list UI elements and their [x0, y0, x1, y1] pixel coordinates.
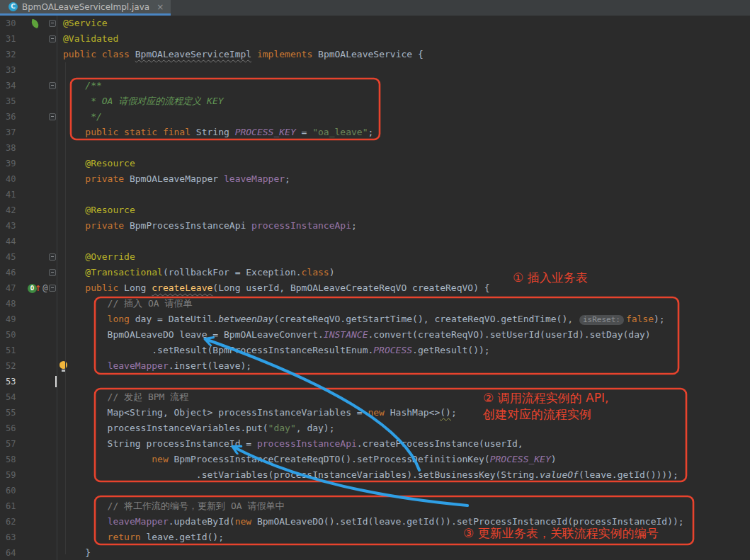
gutter-icons [27, 312, 48, 327]
code-text: .setVariables(processInstanceVariables).… [57, 467, 678, 483]
gutter-icons [27, 47, 48, 62]
code-line[interactable]: 59 .setVariables(processInstanceVariable… [0, 467, 750, 483]
gutter-icons [27, 109, 48, 125]
gutter-icons [27, 530, 48, 545]
fold-column [48, 234, 57, 249]
gutter-icons [27, 436, 48, 452]
code-text: public Long createLeave(Long userId, Bpm… [57, 280, 490, 296]
code-text: */ [57, 109, 102, 125]
code-line[interactable]: 57 String processInstanceId = processIns… [0, 436, 750, 452]
fold-column [48, 421, 57, 436]
code-line[interactable]: 60 [0, 483, 750, 498]
code-line[interactable]: 63 return leave.getId(); [0, 530, 750, 545]
fold-marker-icon[interactable] [49, 82, 56, 89]
spring-bean-icon[interactable] [30, 18, 40, 28]
fold-marker-icon[interactable] [49, 35, 56, 42]
code-text: long day = DateUtil.betweenDay(createReq… [57, 312, 665, 327]
code-line[interactable]: 44 [0, 234, 750, 249]
fold-column[interactable] [48, 78, 57, 93]
code-line[interactable]: 33 [0, 62, 750, 78]
code-line[interactable]: 50 BpmOALeaveDO leave = BpmOALeaveConver… [0, 327, 750, 343]
fold-column [48, 389, 57, 405]
fold-column[interactable] [48, 280, 57, 296]
intention-bulb-icon[interactable] [59, 361, 67, 369]
code-text: @Override [57, 249, 135, 265]
code-text: BpmOALeaveDO leave = BpmOALeaveConvert.I… [57, 327, 651, 343]
code-line[interactable]: 46 @Transactional(rollbackFor = Exceptio… [0, 265, 750, 280]
line-number: 57 [0, 436, 27, 452]
code-line[interactable]: 55 Map<String, Object> processInstanceVa… [0, 405, 750, 421]
code-line[interactable]: 39 @Resource [0, 156, 750, 171]
fold-column [48, 545, 57, 560]
fold-column [48, 467, 57, 483]
fold-column [48, 140, 57, 156]
gutter-icons [27, 62, 48, 78]
code-text: Map<String, Object> processInstanceVaria… [57, 405, 457, 421]
fold-column [48, 171, 57, 187]
line-number: 39 [0, 156, 27, 171]
code-line[interactable]: 53 [0, 374, 750, 389]
code-text [57, 140, 63, 156]
close-tab-icon[interactable]: × [157, 2, 164, 12]
code-line[interactable]: 47O↑@ public Long createLeave(Long userI… [0, 280, 750, 296]
line-number: 43 [0, 218, 27, 234]
code-line[interactable]: 56 processInstanceVariables.put("day", d… [0, 421, 750, 436]
line-number: 36 [0, 109, 27, 125]
fold-column[interactable] [48, 31, 57, 47]
fold-column [48, 218, 57, 234]
fold-column[interactable] [48, 249, 57, 265]
code-line[interactable]: 41 [0, 187, 750, 202]
fold-column [48, 296, 57, 312]
fold-marker-icon[interactable] [49, 285, 56, 292]
code-line[interactable]: 52 leaveMapper.insert(leave); [0, 358, 750, 374]
fold-column[interactable] [48, 16, 57, 31]
code-line[interactable]: 38 [0, 140, 750, 156]
code-line[interactable]: 40 private BpmOALeaveMapper leaveMapper; [0, 171, 750, 187]
gutter-icons [27, 327, 48, 343]
gutter-icons [27, 249, 48, 265]
code-line[interactable]: 61 // 将工作流的编号，更新到 OA 请假单中 [0, 498, 750, 514]
fold-marker-icon[interactable] [49, 253, 56, 261]
line-number: 40 [0, 171, 27, 187]
code-line[interactable]: 43 private BpmProcessInstanceApi process… [0, 218, 750, 234]
code-line[interactable]: 51 .setResult(BpmProcessInstanceResultEn… [0, 343, 750, 358]
fold-column [48, 343, 57, 358]
code-line[interactable]: 35 * OA 请假对应的流程定义 KEY [0, 93, 750, 109]
gutter-icons [27, 265, 48, 280]
code-line[interactable]: 54 // 发起 BPM 流程 [0, 389, 750, 405]
code-text [57, 483, 63, 498]
code-line[interactable]: 31@Validated [0, 31, 750, 47]
gutter-icons [27, 545, 48, 560]
code-line[interactable]: 36 */ [0, 109, 750, 125]
code-editor[interactable]: 30@Service31@Validated32public class Bpm… [0, 16, 750, 560]
code-line[interactable]: 30@Service [0, 16, 750, 31]
fold-marker-icon[interactable] [49, 113, 56, 120]
code-line[interactable]: 49 long day = DateUtil.betweenDay(create… [0, 312, 750, 327]
gutter-icons [27, 202, 48, 218]
code-line[interactable]: 48 // 插入 OA 请假单 [0, 296, 750, 312]
line-number: 64 [0, 545, 27, 560]
code-line[interactable]: 62 leaveMapper.updateById(new BpmOALeave… [0, 514, 750, 530]
fold-column [48, 156, 57, 171]
fold-column[interactable] [48, 109, 57, 125]
tab-file[interactable]: C BpmOALeaveServiceImpl.java × [0, 0, 171, 16]
code-line[interactable]: 32public class BpmOALeaveServiceImpl imp… [0, 47, 750, 62]
fold-marker-icon[interactable] [49, 269, 56, 276]
code-line[interactable]: 34 /** [0, 78, 750, 93]
gutter-icons: O↑@ [27, 280, 48, 296]
code-line[interactable]: 58 new BpmProcessInstanceCreateReqDTO().… [0, 452, 750, 467]
gutter-icons [27, 374, 48, 389]
code-text: private BpmProcessInstanceApi processIns… [57, 218, 357, 234]
fold-column [48, 93, 57, 109]
gutter-icons [27, 389, 48, 405]
code-line[interactable]: 42 @Resource [0, 202, 750, 218]
fold-column[interactable] [48, 265, 57, 280]
fold-marker-icon[interactable] [49, 20, 56, 27]
code-line[interactable]: 64 } [0, 545, 750, 560]
gutter-icons [27, 125, 48, 140]
editor-tab-bar: C BpmOALeaveServiceImpl.java × [0, 0, 750, 16]
code-line[interactable]: 37 public static final String PROCESS_KE… [0, 125, 750, 140]
code-text: String processInstanceId = processInstan… [57, 436, 523, 452]
code-line[interactable]: 45 @Override [0, 249, 750, 265]
fold-column [48, 483, 57, 498]
